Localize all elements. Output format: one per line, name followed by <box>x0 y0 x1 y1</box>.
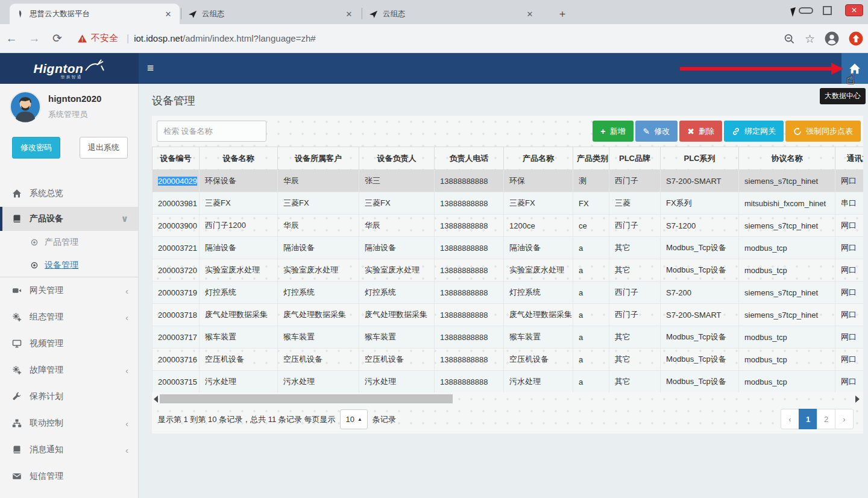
edit-button[interactable]: ✎ 修改 <box>635 121 678 142</box>
table-row[interactable]: 200003718废气处理数据采集废气处理数据采集废气处理数据采集1388888… <box>153 304 864 326</box>
window-controls: ✕ <box>799 4 863 16</box>
page-2-button[interactable]: 2 <box>817 409 835 429</box>
sidebar-item-configuration-management[interactable]: 组态管理 ‹ <box>0 304 138 330</box>
change-password-button[interactable]: 修改密码 <box>12 137 60 159</box>
column-header[interactable]: 设备负责人 <box>359 147 435 170</box>
page-1-button[interactable]: 1 <box>799 409 817 429</box>
window-minimize-button[interactable] <box>799 7 813 14</box>
table-row[interactable]: 200003721隔油设备隔油设备隔油设备13888888888隔油设备a其它M… <box>153 237 864 259</box>
new-tab-button[interactable]: ＋ <box>555 6 570 22</box>
tab-close-icon[interactable]: ✕ <box>524 10 535 19</box>
column-header[interactable]: 设备名称 <box>200 147 278 170</box>
table-cell: 网口 <box>835 282 864 304</box>
sidebar-item-sms-management[interactable]: 短信管理 <box>0 463 138 490</box>
sidebar-item-product-management[interactable]: 产品管理 <box>0 231 138 254</box>
book-icon <box>12 214 22 224</box>
sidebar-item-device-management[interactable]: 设备管理 <box>0 254 138 277</box>
sidebar: hignton2020 系统管理员 修改密码 退出系统 系统总览 产品设备 ∨ … <box>0 84 139 498</box>
sidebar-item-space-management[interactable]: 空间管理 <box>0 490 138 498</box>
scroll-left-icon[interactable] <box>154 396 158 403</box>
table-cell: 废气处理数据采集 <box>504 304 573 326</box>
browser-tab-3[interactable]: 云组态 ✕ <box>363 4 541 24</box>
table-cell: a <box>573 304 609 326</box>
table-row[interactable]: 200003715污水处理污水处理污水处理13888888888污水处理a其它M… <box>153 371 864 393</box>
sidebar-item-fault-management[interactable]: 故障管理 ‹ <box>0 357 138 383</box>
table-cell: FX <box>573 192 609 215</box>
sidebar-item-gateway-management[interactable]: 网关管理 ‹ <box>0 277 138 304</box>
table-cell: 三菱FX <box>359 192 435 215</box>
table-cell: 华辰 <box>278 170 359 192</box>
scroll-right-icon[interactable] <box>855 396 860 403</box>
logout-button[interactable]: 退出系统 <box>80 137 128 159</box>
table-cell: 西门子 <box>609 282 661 304</box>
table-cell: Modbus_Tcp设备 <box>661 371 739 393</box>
force-sync-button[interactable]: 强制同步点表 <box>785 121 861 142</box>
table-cell: 隔油设备 <box>504 237 573 259</box>
security-label[interactable]: 不安全 <box>91 33 118 44</box>
table-cell: ce <box>573 215 609 237</box>
tab-close-icon[interactable]: ✕ <box>344 10 354 19</box>
page-next-button[interactable]: › <box>835 409 854 429</box>
column-header[interactable]: 设备编号 <box>153 147 200 170</box>
sidebar-item-maintenance-plan[interactable]: 保养计划 <box>0 383 138 410</box>
table-cell: 13888888888 <box>435 304 504 326</box>
reload-icon[interactable]: ⟳ <box>46 31 69 45</box>
bind-gateway-button[interactable]: 绑定网关 <box>724 121 784 142</box>
back-icon[interactable]: ← <box>0 32 23 45</box>
column-header[interactable]: PLC系列 <box>661 147 739 170</box>
forward-icon[interactable]: → <box>23 32 46 45</box>
table-cell: 200003720 <box>153 259 200 282</box>
table-row[interactable]: 200003719灯控系统灯控系统灯控系统13888888888灯控系统a西门子… <box>153 282 864 304</box>
add-button[interactable]: + 新增 <box>593 121 633 142</box>
browser-update-icon[interactable] <box>849 31 863 46</box>
sidebar-item-video-management[interactable]: 视频管理 <box>0 330 138 357</box>
table-row[interactable]: 200004029环保设备华辰张三13888888888环保测西门子S7-200… <box>153 170 864 192</box>
table-cell: 13888888888 <box>435 326 504 348</box>
table-row[interactable]: 200003981三菱FX三菱FX三菱FX13888888888三菱FXFX三菱… <box>153 192 864 215</box>
table-cell: 实验室废水处理 <box>278 259 359 282</box>
table-cell: S7-200 <box>661 282 739 304</box>
sidebar-item-linkage-control[interactable]: 联动控制 ‹ <box>0 410 138 437</box>
table-row[interactable]: 200003717猴车装置猴车装置猴车装置13888888888猴车装置a其它M… <box>153 326 864 348</box>
url-text[interactable]: iot.idosp.net/admin/index.html?language=… <box>134 33 315 43</box>
column-header[interactable]: 协议名称 <box>739 147 835 170</box>
table-cell: 其它 <box>609 259 661 282</box>
table-row[interactable]: 200003716空压机设备空压机设备空压机设备13888888888空压机设备… <box>153 348 864 371</box>
horizontal-scrollbar[interactable] <box>152 394 863 403</box>
table-cell: 隔油设备 <box>278 237 359 259</box>
column-header[interactable]: 负责人电话 <box>435 147 504 170</box>
browser-tab-1[interactable]: 思普云大数据平台 ✕ <box>10 4 180 24</box>
table-cell: 200003715 <box>153 371 200 393</box>
table-row[interactable]: 200003900西门子1200华辰华辰138888888881200cece西… <box>153 215 864 237</box>
delete-button[interactable]: ✖ 删除 <box>679 121 722 142</box>
sidebar-item-message-notification[interactable]: 消息通知 ‹ <box>0 437 138 463</box>
table-cell: 实验室废水处理 <box>359 259 435 282</box>
tab-close-icon[interactable]: ✕ <box>163 10 174 19</box>
column-header[interactable]: 通讯方式 <box>835 147 864 170</box>
search-input[interactable] <box>157 121 266 142</box>
browser-tab-2[interactable]: 云组态 ✕ <box>182 4 360 24</box>
table-cell: S7-1200 <box>661 215 739 237</box>
profile-icon[interactable] <box>825 31 839 46</box>
window-restore-button[interactable] <box>823 6 832 15</box>
table-cell: 空压机设备 <box>200 348 278 371</box>
zoom-out-icon[interactable] <box>784 33 795 45</box>
table-cell: modbus_tcp <box>739 348 835 371</box>
table-cell: 环保设备 <box>200 170 278 192</box>
column-header[interactable]: 产品类别 <box>573 147 609 170</box>
column-header[interactable]: 产品名称 <box>504 147 573 170</box>
table-cell: a <box>573 371 609 393</box>
table-row[interactable]: 200003720实验室废水处理实验室废水处理实验室废水处理1388888888… <box>153 259 864 282</box>
scrollbar-thumb[interactable] <box>160 394 453 403</box>
column-header[interactable]: 设备所属客户 <box>278 147 359 170</box>
column-header[interactable]: PLC品牌 <box>609 147 661 170</box>
pagination-summary: 显示第 1 到第 10 条记录，总共 11 条记录 每页显示 10 ▲ 条记录 <box>158 409 396 430</box>
bookmark-star-icon[interactable]: ☆ <box>805 32 815 46</box>
page-prev-button[interactable]: ‹ <box>781 409 799 429</box>
window-close-button[interactable]: ✕ <box>845 4 863 16</box>
page-size-select[interactable]: 10 ▲ <box>340 409 367 429</box>
sidebar-item-system-overview[interactable]: 系统总览 <box>0 180 138 207</box>
hamburger-menu-icon[interactable]: ≡ <box>147 61 154 75</box>
sidebar-item-product-device[interactable]: 产品设备 ∨ <box>0 207 138 231</box>
table-cell: 猴车装置 <box>504 326 573 348</box>
